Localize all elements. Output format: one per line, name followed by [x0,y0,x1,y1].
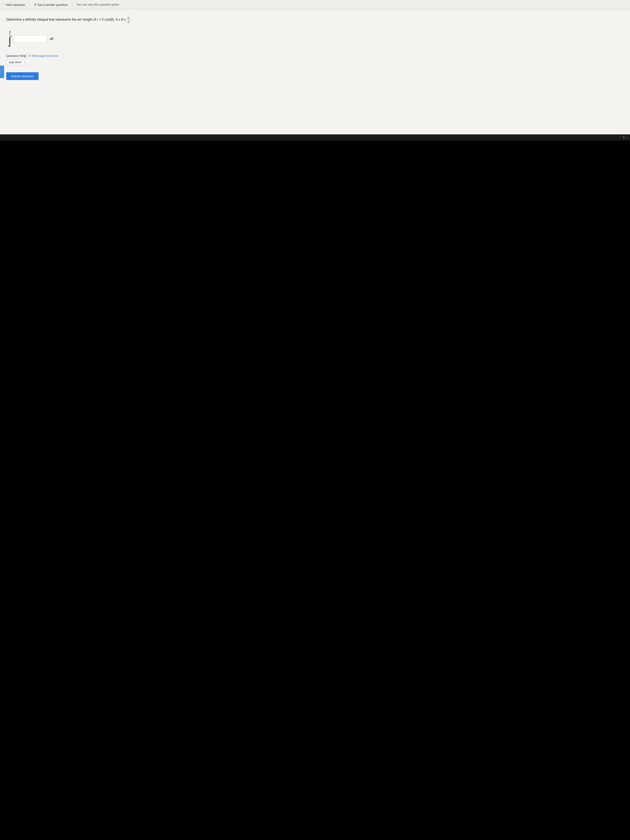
retry-text: You can retry this question below [76,3,119,6]
d-theta-label: dθ [50,37,53,41]
integral-expression: π 2 ∫ 0 dθ [8,30,624,48]
question-help-label: Question Help: [6,54,27,57]
next-question-label: Next question [6,3,25,6]
message-instructor-label: Message instructor [32,54,58,57]
refresh-icon: ↺ [34,3,36,6]
divider2 [72,3,72,7]
submit-question-button[interactable]: Submit Question [6,72,38,80]
content-area: Determine a definite integral that repre… [0,9,630,134]
integral-symbol: ∫ [8,35,11,46]
question-formula: r = 5 cos(θ), 0 ≤ θ ≤ π 2 [97,18,131,21]
top-navigation: › Next question ↺ Get a similar question… [0,0,630,9]
message-instructor-link[interactable]: ✉ Message instructor [28,54,58,57]
integral-lower-limit: 0 [9,44,11,48]
submit-wrapper: Submit Question [6,72,624,80]
divider [29,3,30,7]
question-help-section: Question Help: ✉ Message instructor [6,54,624,57]
black-bottom-section [0,141,630,328]
taskbar-square-icon: □ [627,136,628,139]
add-work-button[interactable]: Add Work [6,60,24,65]
add-work-wrapper: Add Work [6,60,624,69]
question-prefix: Determine a definite integral that repre… [6,18,97,21]
mail-icon: ✉ [28,54,31,57]
left-tab-handle[interactable] [0,66,4,78]
next-arrow: › [4,3,5,6]
get-similar-button[interactable]: ↺ Get a similar question [34,3,68,6]
question-suffix: . [131,18,132,21]
upper-pi-fraction: π 2 [9,30,11,35]
pi-over-2-fraction: π 2 [127,16,130,24]
answer-input[interactable] [14,35,47,43]
taskbar: ^ G □ [0,134,630,141]
integral-symbol-wrapper: π 2 ∫ 0 [8,30,11,48]
next-question-button[interactable]: › Next question [4,3,25,6]
taskbar-g-icon: G [623,136,625,139]
taskbar-caret: ^ [620,136,621,139]
integral-upper-limit: π 2 [9,30,11,35]
question-text: Determine a definite integral that repre… [6,16,624,24]
get-similar-label: Get a similar question [38,3,68,6]
